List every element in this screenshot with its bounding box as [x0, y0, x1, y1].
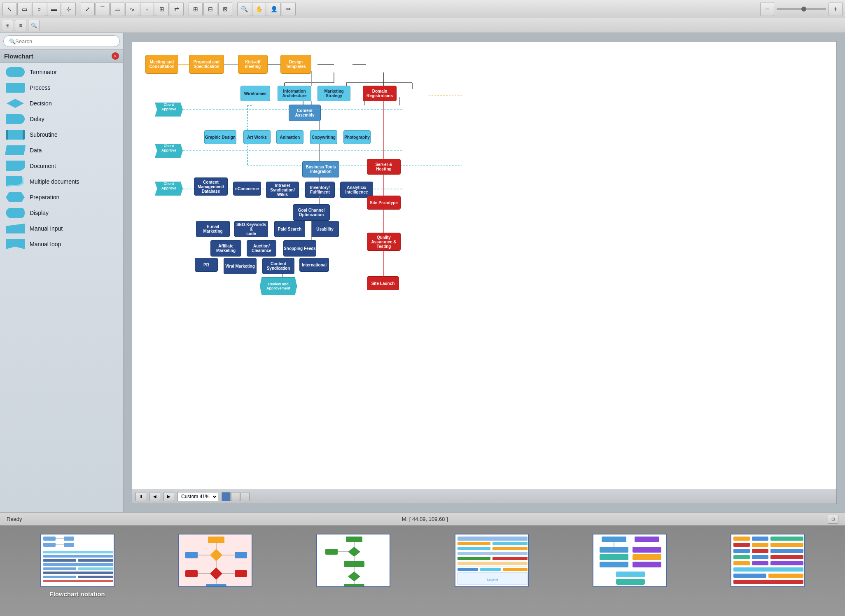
thumbnail-img-3[interactable]	[316, 534, 390, 587]
page-2-btn[interactable]	[231, 492, 240, 501]
thumbnail-img-5[interactable]	[593, 534, 667, 587]
shape-item-data[interactable]: Data	[0, 142, 123, 158]
table2-tool[interactable]: ⊟	[203, 2, 217, 16]
shape-item-manual-loop[interactable]: Manual loop	[0, 236, 123, 252]
search-input[interactable]	[3, 35, 120, 47]
node-copywriting[interactable]: Copywriting	[310, 130, 337, 144]
branch-tool[interactable]: ⑂	[140, 2, 154, 16]
node-server-hosting[interactable]: Server & Hosting	[367, 159, 401, 175]
zoom-out-btn[interactable]: −	[760, 2, 774, 16]
node-animation[interactable]: Animation	[276, 130, 303, 144]
prev-page-btn[interactable]: ◀	[149, 492, 160, 501]
node-quality[interactable]: QualityAssurance &Testing	[367, 233, 401, 251]
thumbnail-img-1[interactable]	[40, 534, 114, 587]
search-magnifier-icon: 🔍	[9, 38, 16, 44]
node-domain-reg[interactable]: DomainRegistrations	[363, 86, 397, 101]
table3-tool[interactable]: ⊠	[218, 2, 232, 16]
panel-close-btn[interactable]: ×	[112, 52, 119, 60]
zoom-in-btn[interactable]: +	[829, 2, 843, 16]
arrow-tool[interactable]: ⌓	[110, 2, 124, 16]
cursor-tool[interactable]: ↖	[2, 2, 16, 16]
thumbnail-img-2[interactable]	[178, 534, 252, 587]
node-photography[interactable]: Photography	[343, 130, 371, 144]
node-international[interactable]: International	[299, 258, 329, 272]
node-content-mgmt[interactable]: ContentManagement/Database	[194, 177, 228, 196]
thumbnail-4[interactable]: Legend	[426, 534, 557, 587]
zoom-select[interactable]: Custom 41% 25% 50% 75% 100%	[177, 492, 218, 501]
node-client-approve-1[interactable]: ClientApprove	[155, 103, 183, 117]
list-view-btn[interactable]: ≡	[15, 20, 26, 31]
node-pr[interactable]: PR	[195, 258, 218, 272]
node-meeting[interactable]: Meeting andConsultation	[145, 55, 178, 74]
connect-tool[interactable]: ⤢	[81, 2, 95, 16]
shape-item-display[interactable]: Display	[0, 205, 123, 221]
next-page-btn[interactable]: ▶	[163, 492, 174, 501]
node-auction[interactable]: Auction/Clearance	[247, 240, 276, 257]
zoom-slider[interactable]	[777, 8, 826, 10]
node-content-assembly[interactable]: ContentAssembly	[289, 105, 321, 121]
search-btn[interactable]: 🔍	[28, 20, 40, 31]
pen-tool[interactable]: ✏	[282, 2, 296, 16]
thumbnail-5[interactable]	[564, 534, 695, 587]
node-review[interactable]: Review andApprovement	[260, 277, 297, 295]
shape-item-delay[interactable]: Delay	[0, 111, 123, 127]
node-biz-tools[interactable]: Business ToolsIntegration	[302, 161, 339, 177]
pause-btn[interactable]: ⏸	[135, 492, 146, 501]
page-3-btn[interactable]	[240, 492, 250, 501]
diagram-canvas[interactable]: Meeting andConsultation Proposal andSpec…	[132, 41, 837, 504]
node-marketing-strategy[interactable]: MarketingStrategy	[317, 86, 350, 101]
node-content-syndication[interactable]: ContentSyndication	[262, 258, 294, 274]
node-goal-channel[interactable]: Goal ChannelOptimization	[293, 204, 330, 221]
shape-item-manual-input[interactable]: Manual input	[0, 221, 123, 236]
thumbnail-6[interactable]	[702, 534, 833, 587]
ellipse-tool[interactable]: ○	[32, 2, 46, 16]
person-tool[interactable]: 👤	[267, 2, 281, 16]
shape-item-multiple-documents[interactable]: Multiple documents	[0, 174, 123, 189]
node-viral[interactable]: Viral Marketing	[224, 258, 257, 274]
table-tool[interactable]: ⊞	[189, 2, 203, 16]
node-kickoff[interactable]: Kick-offmeeting	[238, 55, 268, 74]
curve-tool[interactable]: ∿	[125, 2, 139, 16]
shape-item-subroutine[interactable]: Subroutine	[0, 127, 123, 142]
node-shopping-feeds[interactable]: Shopping Feeds	[283, 240, 316, 257]
node-info-arch[interactable]: InformationArchitecture	[278, 86, 311, 101]
rect-tool[interactable]: ▭	[17, 2, 31, 16]
lasso-tool[interactable]: ⊹	[62, 2, 76, 16]
shape-item-document[interactable]: Document	[0, 158, 123, 174]
node-site-prototype[interactable]: Site Prototype	[367, 196, 401, 210]
node-graphic-design[interactable]: Graphic Design	[204, 130, 236, 144]
thumbnail-1[interactable]: Flowchart notation	[12, 534, 143, 597]
node-art-works[interactable]: Art Works	[243, 130, 271, 144]
thumbnail-img-6[interactable]	[731, 534, 805, 587]
node-usability[interactable]: Usability	[311, 221, 339, 237]
shape-item-terminator[interactable]: Terminator	[0, 64, 123, 80]
shape-item-process[interactable]: Process	[0, 80, 123, 96]
node-site-launch[interactable]: Site Launch	[367, 276, 399, 290]
node-client-approve-3[interactable]: ClientApprove	[155, 182, 183, 196]
node-client-approve-2[interactable]: ClientApprove	[155, 144, 183, 158]
node-intranet[interactable]: IntranetSyndication/Wikis	[266, 182, 299, 198]
thumbnail-2[interactable]	[149, 534, 281, 587]
page-1-btn[interactable]	[222, 492, 231, 501]
line-tool[interactable]: ⌒	[96, 2, 110, 16]
grid-view-btn[interactable]: ⊞	[2, 20, 13, 31]
rect2-tool[interactable]: ▬	[47, 2, 61, 16]
fit-btn[interactable]: ⊡	[828, 515, 838, 524]
hand-tool[interactable]: ✋	[252, 2, 266, 16]
node-ecommerce[interactable]: eCommerce	[233, 182, 261, 196]
arrow2-tool[interactable]: ⇄	[170, 2, 184, 16]
node-email-marketing[interactable]: E-mail Marketing	[196, 221, 230, 237]
thumbnail-img-4[interactable]: Legend	[455, 534, 529, 587]
search-tool[interactable]: 🔍	[237, 2, 251, 16]
node-paid-search[interactable]: Paid Search	[274, 221, 305, 237]
shape-item-decision[interactable]: Decision	[0, 96, 123, 111]
node-inventory[interactable]: Inventory/Fulfilment	[305, 182, 335, 198]
node-wireframes[interactable]: Wireframes	[240, 86, 270, 101]
node-proposal[interactable]: Proposal andSpecification	[189, 55, 224, 74]
thumbnail-3[interactable]	[288, 534, 419, 587]
node-design-templates[interactable]: DesignTemplates	[280, 55, 311, 74]
shape-item-preparation[interactable]: Preparation	[0, 189, 123, 205]
node-seo[interactable]: SEO-Keywords &code	[234, 221, 268, 237]
connector2-tool[interactable]: ⊞	[155, 2, 169, 16]
node-affiliate[interactable]: AffiliateMarketing	[210, 240, 241, 257]
